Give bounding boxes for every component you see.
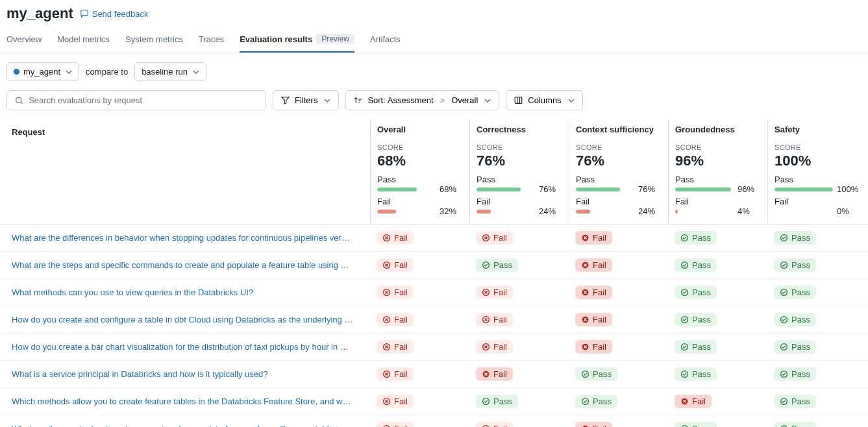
check-circle-icon (680, 288, 689, 297)
col-header-metric: OverallSCORE68%Pass68%Fail32% (370, 119, 469, 224)
status-badge-pass: Pass (675, 313, 717, 326)
status-badge-pass: Pass (675, 258, 717, 272)
status-badge-fail: Fail (476, 231, 513, 245)
filters-button[interactable]: Filters (273, 90, 339, 110)
fail-label: Fail (675, 197, 761, 206)
status-badge-pass: Pass (774, 258, 816, 272)
pass-label: Pass (675, 175, 761, 184)
chevron-down-icon (568, 97, 575, 104)
preview-badge: Preview (316, 34, 354, 44)
pass-value: 68% (440, 184, 456, 194)
status-badge-fail: Fail (476, 422, 513, 427)
request-link[interactable]: How do you create a bar chart visualizat… (12, 342, 362, 352)
check-circle-icon (680, 234, 689, 242)
search-input-wrapper[interactable] (6, 90, 266, 110)
pass-label: Pass (775, 175, 860, 184)
x-circle-icon (482, 315, 490, 324)
x-circle-filled-icon (581, 288, 589, 297)
baseline-selector[interactable]: baseline run (134, 62, 206, 81)
x-circle-icon (482, 343, 490, 351)
chevron-down-icon (484, 97, 491, 104)
sort-button[interactable]: Sort: Assessment > Overall (345, 90, 499, 110)
score-label: SCORE (477, 143, 562, 151)
status-badge-fail: Fail (675, 395, 712, 408)
pass-label: Pass (377, 175, 463, 184)
check-circle-icon (680, 424, 689, 427)
status-badge-fail: Fail (377, 340, 414, 354)
request-link[interactable]: How do you create and configure a table … (12, 315, 362, 324)
columns-button[interactable]: Columns (506, 90, 582, 110)
score-value: 100% (775, 152, 860, 169)
status-badge-pass: Pass (774, 286, 816, 299)
fail-value: 24% (638, 206, 655, 216)
tab-artifacts[interactable]: Artifacts (370, 26, 401, 53)
status-badge-pass: Pass (675, 367, 717, 381)
check-circle-icon (780, 397, 788, 406)
request-link[interactable]: What are the steps and specific commands… (12, 260, 362, 270)
search-icon (15, 96, 23, 105)
tab-overview[interactable]: Overview (6, 26, 42, 53)
x-circle-icon (382, 397, 391, 406)
check-circle-icon (780, 424, 788, 427)
tab-system-metrics[interactable]: System metrics (125, 26, 183, 53)
request-link[interactable]: Which methods allow you to create featur… (12, 396, 362, 406)
tab-evaluation-results[interactable]: Evaluation results Preview (240, 26, 354, 53)
chat-bubble-icon (80, 9, 89, 18)
status-badge-fail: Fail (377, 286, 414, 299)
evaluation-table: Request OverallSCORE68%Pass68%Fail32%Cor… (0, 119, 868, 427)
tab-traces[interactable]: Traces (199, 26, 224, 53)
status-badge-fail: Fail (377, 231, 414, 245)
svg-point-0 (16, 97, 21, 103)
score-label: SCORE (675, 143, 761, 151)
check-circle-icon (780, 234, 788, 242)
col-header-metric: Context sufficiencySCORE76%Pass76%Fail24… (569, 119, 668, 224)
x-circle-filled-icon (581, 343, 589, 351)
check-circle-icon (680, 261, 689, 269)
table-row[interactable]: Which methods allow you to create featur… (0, 388, 868, 415)
x-circle-icon (382, 370, 391, 378)
check-circle-icon (680, 315, 689, 324)
status-badge-pass: Pass (675, 286, 717, 299)
status-badge-pass: Pass (675, 422, 717, 427)
status-badge-pass: Pass (476, 395, 518, 408)
metric-name: Correctness (477, 125, 562, 134)
status-badge-fail: Fail (476, 286, 513, 299)
run-selector[interactable]: my_agent (6, 62, 79, 81)
table-row[interactable]: How do you create a bar chart visualizat… (0, 334, 868, 361)
check-circle-icon (581, 370, 589, 378)
table-row[interactable]: How do you create and configure a table … (0, 306, 868, 334)
status-badge-pass: Pass (774, 340, 816, 354)
check-circle-icon (780, 315, 788, 324)
score-value: 76% (477, 152, 562, 169)
table-row[interactable]: What methods can you use to view queries… (0, 279, 868, 306)
search-input[interactable] (29, 95, 258, 105)
request-link[interactable]: What are the required options to connect… (12, 424, 362, 427)
status-badge-pass: Pass (774, 367, 816, 381)
check-circle-icon (482, 261, 490, 269)
table-row[interactable]: What are the differences in behavior whe… (0, 225, 868, 252)
status-badge-pass: Pass (675, 340, 717, 354)
send-feedback-link[interactable]: Send feedback (80, 9, 149, 19)
fail-value: 24% (539, 206, 556, 216)
request-link[interactable]: What is a service principal in Databrick… (12, 369, 362, 379)
pass-value: 76% (539, 184, 556, 194)
columns-icon (514, 96, 523, 104)
check-circle-icon (680, 343, 689, 351)
tab-model-metrics[interactable]: Model metrics (57, 26, 110, 53)
fail-label: Fail (377, 197, 463, 206)
score-label: SCORE (377, 143, 463, 151)
status-badge-fail: Fail (575, 231, 612, 245)
request-link[interactable]: What methods can you use to view queries… (12, 287, 362, 297)
x-circle-icon (382, 315, 391, 324)
check-circle-icon (780, 261, 788, 269)
status-badge-fail: Fail (377, 367, 414, 381)
x-circle-icon (482, 424, 490, 427)
table-row[interactable]: What are the steps and specific commands… (0, 252, 868, 279)
status-badge-fail: Fail (476, 313, 513, 326)
check-circle-icon (482, 397, 490, 406)
check-circle-icon (581, 397, 589, 406)
table-row[interactable]: What are the required options to connect… (0, 415, 868, 427)
x-circle-filled-icon (680, 397, 689, 406)
request-link[interactable]: What are the differences in behavior whe… (12, 233, 362, 243)
table-row[interactable]: What is a service principal in Databrick… (0, 361, 868, 388)
